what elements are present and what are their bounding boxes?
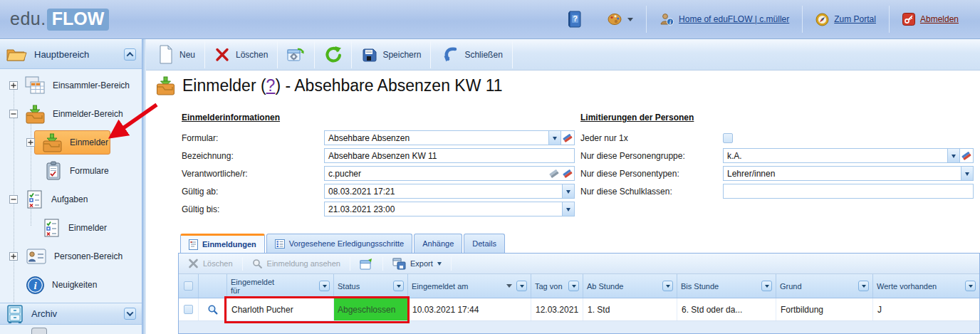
theme-picker-button[interactable] <box>595 0 646 38</box>
verantwortliche-input[interactable]: c.pucher <box>324 166 575 181</box>
column-label: Grund <box>780 282 802 291</box>
tab-anhaenge[interactable]: Anhänge <box>414 234 462 253</box>
column-header-eingemeldet-fuer[interactable]: Eingemeldet für <box>227 274 334 298</box>
dropdown-button[interactable] <box>947 149 959 162</box>
sidebar-section-hauptbereich[interactable]: Hauptbereich <box>0 39 142 69</box>
row-select-cell <box>179 298 199 320</box>
dropdown-button[interactable] <box>548 131 561 145</box>
personengruppe-value: k.A. <box>724 151 947 161</box>
collapse-section-button[interactable] <box>124 48 136 61</box>
column-header-grund[interactable]: Grund <box>776 274 873 298</box>
portal-link-item[interactable]: Zum Portal <box>803 0 889 38</box>
clear-field-button[interactable] <box>959 149 973 162</box>
column-header-ab-stunde[interactable]: Ab Stunde <box>583 274 677 298</box>
new-button[interactable]: Neu <box>149 39 204 70</box>
chevron-down-icon <box>572 285 576 290</box>
sidebar-item-aufgaben[interactable]: Aufgaben <box>0 185 142 214</box>
gueltig-ab-datepicker[interactable]: 08.03.2021 17:21 <box>324 184 575 199</box>
window-settings-button[interactable] <box>278 39 314 70</box>
column-header-werte-vorhanden[interactable]: Werte vorhanden <box>873 274 979 298</box>
logout-link[interactable]: Abmelden <box>920 14 959 24</box>
sidebar-item-neuigkeiten[interactable]: i Neuigkeiten <box>0 271 142 299</box>
clear-field-button[interactable] <box>561 167 574 180</box>
schulklassen-input[interactable] <box>723 184 974 199</box>
personentypen-value: Lehrer/innen <box>724 169 961 179</box>
portal-link[interactable]: Zum Portal <box>834 14 876 24</box>
help-button[interactable]: ? <box>554 0 595 38</box>
expand-plus-icon[interactable] <box>9 81 18 90</box>
expand-plus-icon[interactable] <box>26 138 35 147</box>
column-header-tag-von[interactable]: Tag von <box>531 274 583 298</box>
field-label: Jeder nur 1x <box>580 133 723 143</box>
header-select-all[interactable] <box>179 274 199 298</box>
cell-grund: Fortbildung <box>776 298 873 320</box>
select-all-checkbox[interactable] <box>184 281 193 291</box>
row-checkbox[interactable] <box>184 305 193 314</box>
cell-eingemeldet-am: 10.03.2021 17:44 <box>408 298 531 320</box>
column-menu-button[interactable] <box>965 281 976 291</box>
help-book-icon: ? <box>567 10 582 28</box>
page-title-text: Einmelder (?) - Absehbare Absenzen KW 11 <box>182 76 503 95</box>
sidebar-item-personen-bereich[interactable]: Personen-Bereich <box>0 242 142 271</box>
dropdown-button[interactable] <box>562 202 574 216</box>
dropdown-button[interactable] <box>562 184 574 198</box>
personentypen-combobox[interactable]: Lehrer/innen <box>723 166 974 181</box>
table-row[interactable]: Charloth Pucher Abgeschlossen 10.03.2021… <box>179 298 979 321</box>
delete-button[interactable]: Löschen <box>205 39 277 70</box>
chevron-down-icon <box>952 155 956 160</box>
clear-field-button[interactable] <box>561 131 574 145</box>
sidebar-item-label: Einmelder-Bereich <box>53 109 123 119</box>
edit-field-button[interactable] <box>547 167 561 180</box>
view-einmeldung-button[interactable]: Einmeldung ansehen <box>246 256 346 272</box>
tab-einmeldungen[interactable]: Einmeldungen <box>180 234 265 253</box>
column-menu-button[interactable] <box>662 281 673 291</box>
column-menu-button[interactable] <box>568 281 579 291</box>
cell-ab-stunde: 1. Std <box>583 298 677 320</box>
sidebar-item-einmelder-bereich[interactable]: Einmelder-Bereich <box>0 100 142 128</box>
title-help-link[interactable]: ? <box>266 76 276 95</box>
personengruppe-combobox[interactable]: k.A. <box>723 148 974 163</box>
column-menu-button[interactable] <box>858 281 869 291</box>
bezeichnung-input[interactable]: Absehbare Absenzen KW 11 <box>324 148 575 163</box>
grid-delete-button[interactable]: Löschen <box>182 256 239 272</box>
column-menu-button[interactable] <box>516 281 527 291</box>
home-link-item[interactable]: i Home of eduFLOW | c.müller <box>647 0 802 38</box>
save-button[interactable]: Speichern <box>352 39 430 70</box>
dropdown-button[interactable] <box>961 167 973 180</box>
collapse-minus-icon[interactable] <box>9 195 18 204</box>
gueltig-ab-value: 08.03.2021 17:21 <box>325 187 562 197</box>
tab-erledigungsschritte[interactable]: Vorgesehene Erledigungsschritte <box>266 234 412 253</box>
sidebar-item-einmelder-selected[interactable]: Einmelder <box>0 128 142 157</box>
sidebar-item-formulare[interactable]: Formulare <box>0 157 142 185</box>
sidebar-item-aufgaben-einmelder[interactable]: Einmelder <box>0 214 142 242</box>
magnifier-icon[interactable] <box>207 304 219 315</box>
task-list-icon <box>26 189 44 209</box>
refresh-button[interactable] <box>315 39 351 70</box>
inbox-arrow-icon <box>24 105 46 124</box>
column-header-status[interactable]: Status <box>334 274 408 298</box>
tab-details[interactable]: Details <box>464 234 505 253</box>
column-header-bis-stunde[interactable]: Bis Stunde <box>677 274 776 298</box>
chevron-down-icon <box>765 285 769 290</box>
close-button[interactable]: Schließen <box>431 39 511 70</box>
column-menu-button[interactable] <box>393 281 404 291</box>
cell-werte-vorhanden: J <box>873 298 979 320</box>
formular-combobox[interactable]: Absehbare Absenzen <box>324 130 575 145</box>
sidebar-item-einsammler-bereich[interactable]: Einsammler-Bereich <box>0 71 142 100</box>
tab-label: Details <box>472 239 496 248</box>
export-button[interactable]: Export <box>387 256 447 272</box>
home-link[interactable]: Home of eduFLOW | c.müller <box>679 14 789 24</box>
open-window-button[interactable] <box>354 256 379 272</box>
column-menu-button[interactable] <box>761 281 772 291</box>
gueltig-bis-datepicker[interactable]: 21.03.2021 23:00 <box>324 202 575 216</box>
sidebar-section-archiv[interactable]: Archiv <box>0 303 142 325</box>
logout-link-item[interactable]: Abmelden <box>890 0 971 38</box>
collapse-minus-icon[interactable] <box>9 110 18 118</box>
expand-section-button[interactable] <box>124 308 136 320</box>
new-page-icon <box>158 45 174 64</box>
export-icon <box>392 258 406 270</box>
column-header-eingemeldet-am[interactable]: Eingemeldet am <box>408 274 531 298</box>
expand-plus-icon[interactable] <box>9 252 18 261</box>
jeder-nur-1x-checkbox[interactable] <box>723 133 733 143</box>
column-menu-button[interactable] <box>319 281 330 291</box>
